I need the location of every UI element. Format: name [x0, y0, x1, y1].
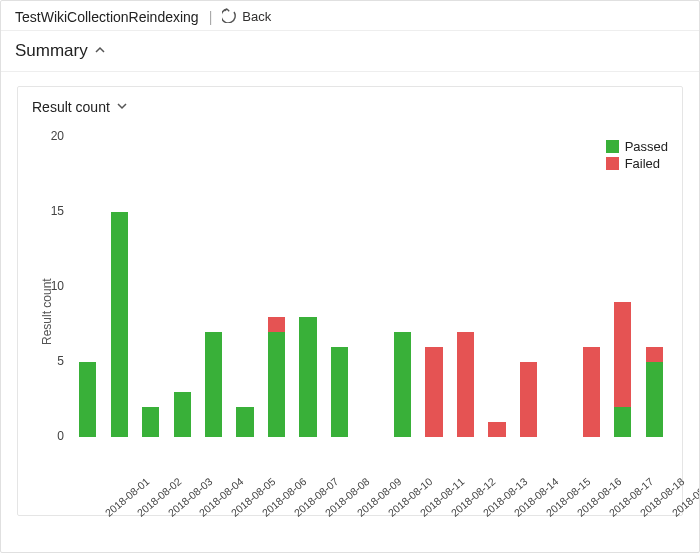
bar-passed — [236, 407, 253, 437]
chevron-up-icon — [94, 41, 106, 61]
y-tick: 0 — [36, 429, 64, 443]
metric-label: Result count — [32, 99, 110, 115]
page-title: TestWikiCollectionReindexing — [15, 9, 199, 25]
bar-passed — [394, 332, 411, 437]
bar-passed — [614, 407, 631, 437]
legend-label-failed: Failed — [625, 156, 660, 171]
bar-failed — [614, 302, 631, 407]
bar-failed — [583, 347, 600, 437]
y-tick: 5 — [36, 354, 64, 368]
chevron-down-icon — [116, 99, 128, 115]
bar-passed — [111, 212, 128, 437]
breadcrumb-bar: TestWikiCollectionReindexing | Back — [1, 1, 699, 30]
back-icon — [222, 7, 238, 26]
bar-passed — [142, 407, 159, 437]
bar-failed — [646, 347, 663, 362]
bar-failed — [488, 422, 505, 437]
bar-passed — [205, 332, 222, 437]
y-tick: 10 — [36, 279, 64, 293]
chart-card: Result count Result count 05101520 2018-… — [17, 86, 683, 516]
legend-label-passed: Passed — [625, 139, 668, 154]
page: { "header": { "title": "TestWikiCollecti… — [0, 0, 700, 553]
back-button[interactable]: Back — [222, 7, 271, 26]
bar-passed — [79, 362, 96, 437]
bar-failed — [425, 347, 442, 437]
divider: | — [209, 9, 213, 25]
legend: Passed Failed — [606, 139, 668, 173]
x-axis: 2018-08-012018-08-022018-08-032018-08-04… — [72, 457, 670, 515]
y-tick: 15 — [36, 204, 64, 218]
legend-failed: Failed — [606, 156, 668, 171]
legend-swatch-passed — [606, 140, 619, 153]
bar-passed — [268, 332, 285, 437]
summary-label: Summary — [15, 41, 88, 61]
legend-passed: Passed — [606, 139, 668, 154]
back-label: Back — [242, 9, 271, 24]
bar-passed — [299, 317, 316, 437]
legend-swatch-failed — [606, 157, 619, 170]
metric-selector[interactable]: Result count — [32, 99, 668, 115]
bar-failed — [457, 332, 474, 437]
bar-failed — [268, 317, 285, 332]
bar-failed — [520, 362, 537, 437]
bar-passed — [331, 347, 348, 437]
y-tick: 20 — [36, 129, 64, 143]
bar-passed — [646, 362, 663, 437]
summary-header[interactable]: Summary — [1, 30, 699, 72]
bar-passed — [174, 392, 191, 437]
chart-plot-area — [72, 137, 670, 437]
